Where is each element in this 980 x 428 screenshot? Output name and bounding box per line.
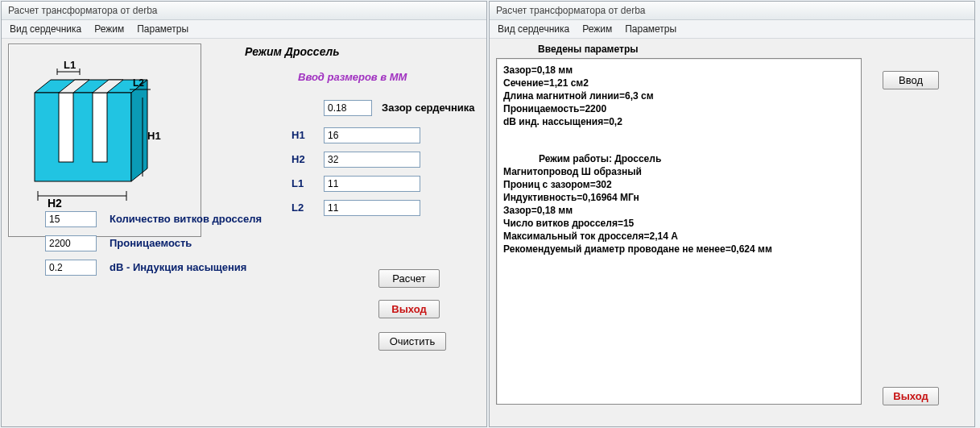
h2-input[interactable] (324, 152, 420, 168)
l1-input[interactable] (324, 176, 420, 192)
label-l1: L1 (64, 59, 76, 71)
gap-label: Зазор сердечника (382, 102, 475, 114)
l1-label: L1 (292, 177, 304, 189)
window-right: Расчет трансформатора от derba Вид серде… (489, 1, 975, 427)
exit-button[interactable]: Выход (378, 300, 440, 318)
client-right: Введены параметры Зазор=0,18 ммСечение=1… (490, 39, 974, 426)
svg-marker-6 (131, 80, 147, 181)
window-right-title: Расчет трансформатора от derba (490, 2, 974, 20)
h1-input[interactable] (324, 127, 420, 143)
window-left: Расчет трансформатора от derba Вид серде… (1, 1, 487, 427)
menu-params-r[interactable]: Параметры (625, 23, 676, 35)
turns-label: Количество витков дросселя (110, 213, 262, 225)
label-l2: L2 (133, 77, 144, 89)
menubar-left: Вид сердечника Режим Параметры (2, 20, 486, 39)
menu-mode[interactable]: Режим (94, 23, 124, 35)
label-h1: H1 (147, 130, 161, 142)
db-input[interactable] (45, 260, 97, 276)
perm-label: Проницаемость (110, 237, 192, 249)
h2-label: H2 (292, 153, 305, 165)
svg-rect-1 (35, 93, 131, 181)
db-label: dB - Индукция насыщения (110, 261, 246, 273)
mode-title: Режим Дроссель (245, 45, 340, 58)
window-left-title: Расчет трансформатора от derba (2, 2, 486, 20)
menu-mode-r[interactable]: Режим (582, 23, 612, 35)
label-h2: H2 (48, 197, 62, 210)
svg-rect-2 (59, 93, 73, 162)
size-hint: Ввод размеров в ММ (298, 71, 407, 83)
svg-marker-0 (35, 80, 147, 93)
core-diagram: L1 L2 H1 H2 (14, 49, 189, 210)
l2-label: L2 (292, 202, 304, 214)
h1-label: H1 (292, 129, 305, 141)
menubar-right: Вид сердечника Режим Параметры (490, 20, 974, 39)
enter-button[interactable]: Ввод (883, 71, 939, 89)
turns-input[interactable] (45, 211, 97, 227)
client-left: L1 L2 H1 H2 Режим Дроссель Ввод размеров… (2, 39, 486, 426)
l2-input[interactable] (324, 200, 420, 216)
menu-params[interactable]: Параметры (137, 23, 188, 35)
svg-rect-3 (93, 93, 107, 162)
output-textbox: Зазор=0,18 ммСечение=1,21 см2Длина магни… (496, 58, 862, 405)
core-diagram-frame: L1 L2 H1 H2 (8, 44, 201, 237)
clear-button[interactable]: Очистить (378, 332, 446, 351)
gap-input[interactable] (324, 100, 372, 116)
perm-input[interactable] (45, 235, 97, 251)
calc-button[interactable]: Расчет (378, 269, 440, 288)
exit-button-r[interactable]: Выход (883, 387, 939, 405)
menu-core-type[interactable]: Вид сердечника (10, 23, 81, 35)
params-title: Введены параметры (538, 44, 638, 55)
menu-core-type-r[interactable]: Вид сердечника (498, 23, 569, 35)
